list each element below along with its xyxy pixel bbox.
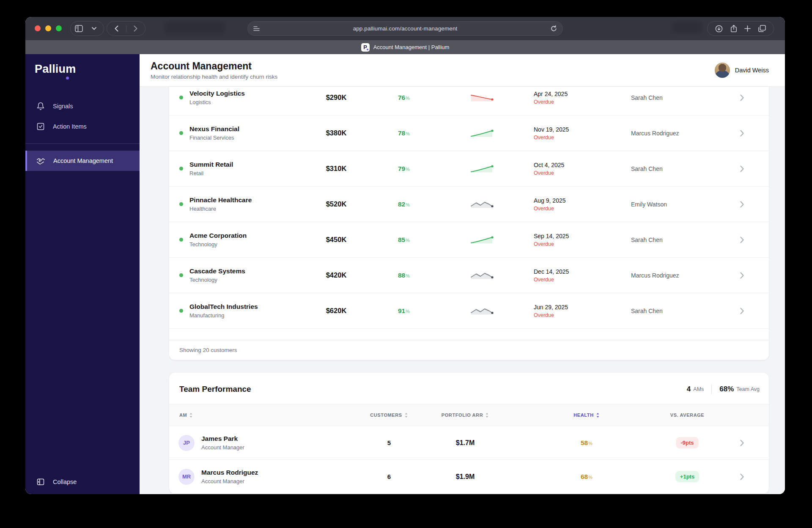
customer-owner: Sarah Chen xyxy=(609,308,715,314)
am-health: 58% xyxy=(514,439,659,447)
main-content: Account Management Monitor relationship … xyxy=(140,54,785,494)
nav-buttons xyxy=(107,21,145,36)
reader-icon[interactable] xyxy=(253,26,260,31)
column-header-vs-average[interactable]: VS. AVERAGE xyxy=(659,412,715,418)
customer-owner: Sarah Chen xyxy=(609,236,715,243)
chevron-down-icon[interactable] xyxy=(87,21,101,36)
renewal-status: Overdue xyxy=(534,277,609,283)
team-performance-card: Team Performance 4 AMs 68% Team Avg AM C… xyxy=(169,373,769,494)
customer-row[interactable]: Velocity Logistics Logistics $290K 76% A… xyxy=(169,87,769,116)
sidebar-collapse-button[interactable]: Collapse xyxy=(25,470,140,494)
status-dot xyxy=(179,238,183,242)
am-name: Marcus Rodriguez xyxy=(201,469,258,476)
customer-row[interactable]: Summit Retail Retail $310K 79% Oct 4, 20… xyxy=(169,151,769,187)
sidebar-toggle-group xyxy=(70,21,104,36)
share-icon[interactable] xyxy=(730,25,737,33)
column-header-am[interactable]: AM xyxy=(169,412,362,418)
renewal-date: Oct 4, 2025 xyxy=(534,162,609,168)
customer-health: 85% xyxy=(359,236,448,244)
background-artifact xyxy=(672,22,702,32)
sidebar-toggle-icon[interactable] xyxy=(71,21,87,36)
tab-overview-icon[interactable] xyxy=(758,25,766,32)
am-health: 68% xyxy=(514,473,659,481)
customer-health: 88% xyxy=(359,272,448,279)
ams-count: 4 xyxy=(687,385,691,393)
team-member-row[interactable]: MR Marcus Rodriguez Account Manager 6 $1… xyxy=(169,460,769,494)
customer-owner: Sarah Chen xyxy=(609,94,715,101)
customer-row[interactable]: Nexus Financial Financial Services $380K… xyxy=(169,116,769,151)
chevron-right-icon[interactable] xyxy=(715,272,769,279)
customer-row[interactable]: Acme Corporation Technology $450K 85% Se… xyxy=(169,222,769,258)
customer-arr: $520K xyxy=(313,200,359,208)
team-table-header: AM CUSTOMERS PORTFOLIO ARR HEALTH VS. AV… xyxy=(169,404,769,426)
team-performance-title: Team Performance xyxy=(179,385,251,394)
new-tab-icon[interactable] xyxy=(744,25,751,32)
customer-industry: Technology xyxy=(189,241,247,248)
close-button[interactable] xyxy=(35,25,41,31)
sidebar-item-label: Account Management xyxy=(53,157,113,164)
column-header-portfolio-arr[interactable]: PORTFOLIO ARR xyxy=(417,412,514,418)
customer-name: Cascade Systems xyxy=(189,267,245,275)
collapse-panel-icon xyxy=(36,478,45,486)
forward-icon[interactable] xyxy=(126,21,145,36)
status-dot xyxy=(179,96,183,99)
page-header: Account Management Monitor relationship … xyxy=(140,54,785,87)
refresh-icon[interactable] xyxy=(550,25,557,32)
page-subtitle: Monitor relationship health and identify… xyxy=(151,74,277,80)
customer-name: Nexus Financial xyxy=(189,125,239,133)
customer-arr: $450K xyxy=(313,236,359,244)
customer-health: 91% xyxy=(359,307,448,315)
column-header-customers[interactable]: CUSTOMERS xyxy=(362,412,417,418)
sort-icon xyxy=(485,412,489,418)
chevron-right-icon[interactable] xyxy=(715,473,769,480)
handshake-icon xyxy=(36,157,45,165)
chevron-right-icon[interactable] xyxy=(715,94,769,101)
customer-row[interactable]: Pinnacle Healthcare Healthcare $520K 82%… xyxy=(169,187,769,222)
back-icon[interactable] xyxy=(107,21,126,36)
customer-arr: $290K xyxy=(313,94,359,102)
chevron-right-icon[interactable] xyxy=(715,308,769,314)
tab-bar[interactable]: P Account Management | Pallium xyxy=(25,40,785,54)
am-customers: 6 xyxy=(362,473,417,480)
sort-icon xyxy=(189,412,193,418)
customer-row[interactable]: GlobalTech Industries Manufacturing $620… xyxy=(169,293,769,329)
team-stats: 4 AMs 68% Team Avg xyxy=(687,385,760,394)
sidebar-item-account-management[interactable]: Account Management xyxy=(25,151,140,171)
chevron-right-icon[interactable] xyxy=(715,130,769,137)
customer-name: GlobalTech Industries xyxy=(189,303,258,311)
avatar-initials: MR xyxy=(178,469,195,485)
chevron-right-icon[interactable] xyxy=(715,165,769,172)
customer-industry: Retail xyxy=(189,170,233,176)
customer-name: Velocity Logistics xyxy=(189,90,245,97)
ams-label: AMs xyxy=(693,386,704,392)
sidebar-item-action-items[interactable]: Action Items xyxy=(25,116,140,137)
chevron-right-icon[interactable] xyxy=(715,201,769,208)
zoom-button[interactable] xyxy=(56,25,62,31)
user-menu[interactable]: David Weiss xyxy=(715,63,769,78)
customer-health: 78% xyxy=(359,129,448,137)
health-sparkline xyxy=(470,93,494,103)
customer-row[interactable]: Cascade Systems Technology $420K 88% Dec… xyxy=(169,258,769,293)
customers-footer: Showing 20 customers xyxy=(169,340,769,360)
downloads-icon[interactable] xyxy=(715,25,723,33)
chevron-right-icon[interactable] xyxy=(715,236,769,243)
scroll-area[interactable]: Velocity Logistics Logistics $290K 76% A… xyxy=(140,87,785,494)
stats-divider xyxy=(711,385,712,394)
background-artifact xyxy=(165,22,224,33)
vs-average-badge: -9pts xyxy=(676,437,698,448)
sidebar-item-label: Action Items xyxy=(53,123,87,130)
health-sparkline xyxy=(470,128,494,138)
team-member-row[interactable]: JP James Park Account Manager 5 $1.7M 58… xyxy=(169,426,769,460)
customer-owner: Marcus Rodriguez xyxy=(609,130,715,137)
customer-industry: Logistics xyxy=(189,99,245,105)
minimize-button[interactable] xyxy=(45,25,51,31)
sidebar-item-label: Signals xyxy=(53,103,73,110)
customer-industry: Manufacturing xyxy=(189,312,258,319)
customer-arr: $620K xyxy=(313,307,359,315)
status-dot xyxy=(179,309,183,313)
address-bar[interactable]: app.palliumai.com/account-management xyxy=(247,21,563,36)
chevron-right-icon[interactable] xyxy=(715,440,769,446)
column-header-health[interactable]: HEALTH xyxy=(514,412,659,418)
sidebar-item-signals[interactable]: Signals xyxy=(25,96,140,116)
customer-arr: $420K xyxy=(313,271,359,279)
